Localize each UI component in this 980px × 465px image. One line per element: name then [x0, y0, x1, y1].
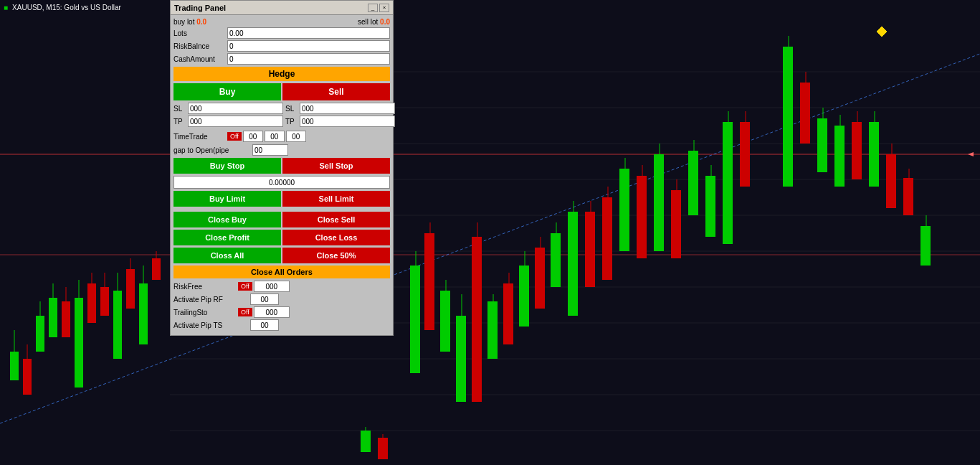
minimize-button[interactable]: _: [368, 4, 378, 12]
cash-amount-label: CashAmount: [173, 55, 227, 63]
buy-limit-button[interactable]: Buy Limit: [173, 191, 281, 207]
lots-row: Lots: [173, 27, 390, 39]
close-loss-button[interactable]: Close Loss: [282, 230, 390, 245]
close-button[interactable]: ×: [379, 4, 389, 12]
svg-rect-73: [688, 151, 698, 215]
svg-rect-43: [440, 291, 450, 352]
close-profit-button[interactable]: Close Profit: [173, 230, 281, 245]
svg-rect-39: [410, 266, 420, 373]
svg-rect-21: [49, 298, 57, 337]
time-minute-input[interactable]: [265, 131, 285, 142]
svg-rect-83: [800, 83, 810, 144]
sell-lot-value: 0.0: [380, 18, 390, 26]
time-toggle-button[interactable]: Off: [227, 132, 242, 141]
activate-pip-ts-row: Activate Pip TS: [173, 319, 390, 331]
close-sell-button[interactable]: Close Sell: [282, 212, 390, 227]
svg-rect-63: [602, 197, 612, 280]
sl-left-label: SL: [173, 105, 188, 113]
svg-rect-55: [535, 248, 545, 309]
activate-pip-rf-label: Activate Pip RF: [173, 296, 249, 304]
sl-tp-section: SL TP SL TP: [173, 103, 390, 128]
trailing-stop-label: TrailingSto: [173, 309, 238, 316]
stop-row: Buy Stop Sell Stop: [173, 158, 390, 174]
risk-balance-input[interactable]: [227, 40, 390, 52]
time-trade-label: TimeTrade: [173, 133, 227, 141]
svg-rect-79: [740, 122, 750, 187]
lots-label: Lots: [173, 29, 227, 37]
activate-pip-rf-input[interactable]: [250, 293, 279, 305]
tp-left-input[interactable]: [188, 116, 283, 127]
svg-marker-102: [877, 27, 887, 37]
sl-left-input[interactable]: [188, 103, 283, 114]
panel-title: Trading Panel: [174, 4, 226, 12]
buy-stop-button[interactable]: Buy Stop: [173, 158, 281, 174]
trailing-stop-toggle[interactable]: Off: [238, 308, 252, 316]
svg-rect-97: [920, 226, 931, 266]
svg-rect-47: [472, 237, 482, 402]
sell-limit-button[interactable]: Sell Limit: [282, 191, 390, 207]
cash-amount-row: CashAmount: [173, 53, 390, 65]
risk-free-input[interactable]: [254, 281, 290, 292]
svg-rect-35: [139, 283, 148, 344]
svg-rect-99: [361, 431, 371, 452]
svg-rect-69: [654, 154, 664, 251]
sell-button[interactable]: Sell: [282, 83, 390, 100]
risk-free-toggle[interactable]: Off: [238, 282, 252, 291]
time-second-input[interactable]: [286, 131, 306, 142]
svg-rect-15: [10, 352, 19, 380]
svg-rect-95: [903, 178, 913, 215]
limit-row: Buy Limit Sell Limit: [173, 191, 390, 207]
svg-rect-91: [869, 122, 879, 187]
tp-right-row: TP: [285, 116, 395, 127]
hedge-bar: Hedge: [173, 67, 390, 81]
time-hour-input[interactable]: [243, 131, 263, 142]
svg-rect-27: [87, 283, 96, 323]
buy-lot-label: buy lot 0.0: [173, 18, 206, 26]
buy-button[interactable]: Buy: [173, 83, 281, 100]
svg-rect-29: [100, 287, 109, 316]
svg-rect-101: [378, 438, 388, 459]
gap-label: gap to Open(pipe: [173, 146, 252, 154]
svg-rect-53: [519, 266, 529, 327]
svg-rect-49: [487, 301, 498, 359]
lots-input[interactable]: [227, 27, 390, 39]
panel-title-bar: Trading Panel _ ×: [171, 1, 393, 15]
sl-left-row: SL: [173, 103, 283, 114]
cash-amount-input[interactable]: [227, 53, 390, 65]
risk-balance-row: RiskBalnce: [173, 40, 390, 52]
svg-rect-57: [551, 233, 561, 287]
risk-free-label: RiskFree: [173, 283, 238, 291]
close-50-button[interactable]: Close 50%: [282, 248, 390, 263]
buy-lot-value: 0.0: [196, 18, 206, 26]
svg-rect-67: [637, 176, 647, 258]
close-buy-button[interactable]: Close Buy: [173, 212, 281, 227]
buy-sell-row: Buy Sell: [173, 83, 390, 100]
activate-pip-ts-input[interactable]: [250, 319, 279, 331]
svg-line-13: [0, 54, 980, 423]
risk-free-row: RiskFree Off: [173, 281, 390, 292]
candlestick-chart: [0, 0, 980, 465]
lot-info-row: buy lot 0.0 sell lot 0.0: [173, 18, 390, 26]
svg-marker-103: [968, 152, 974, 156]
trailing-stop-input[interactable]: [254, 306, 290, 318]
close-profit-loss-row: Close Profit Close Loss: [173, 230, 390, 245]
svg-rect-25: [75, 298, 83, 388]
tp-right-input[interactable]: [300, 116, 395, 127]
price-input[interactable]: [173, 176, 390, 189]
svg-rect-81: [783, 47, 793, 187]
sell-lot-label: sell lot 0.0: [358, 18, 390, 26]
gap-input[interactable]: [252, 144, 288, 156]
svg-rect-77: [723, 122, 733, 244]
svg-rect-17: [23, 359, 32, 395]
svg-rect-65: [619, 169, 629, 251]
sell-stop-button[interactable]: Sell Stop: [282, 158, 390, 174]
sl-right-row: SL: [285, 103, 395, 114]
close-all-bar[interactable]: Close All Orders: [173, 266, 390, 278]
gap-row: gap to Open(pipe: [173, 144, 390, 156]
closs-all-button[interactable]: Closs All: [173, 248, 281, 263]
sl-right-input[interactable]: [300, 103, 395, 114]
activate-pip-rf-row: Activate Pip RF: [173, 293, 390, 305]
risk-balance-label: RiskBalnce: [173, 42, 227, 50]
svg-rect-89: [852, 122, 862, 179]
sl-tp-right: SL TP: [285, 103, 395, 128]
